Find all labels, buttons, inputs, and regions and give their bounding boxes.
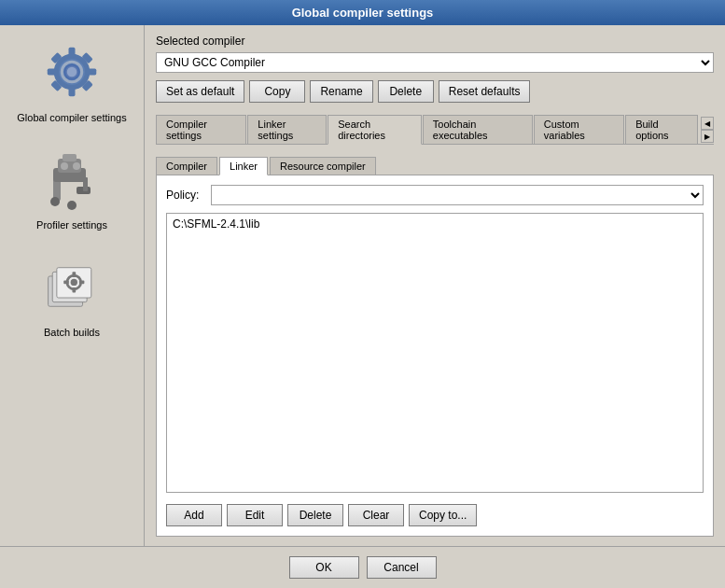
tab-toolchain-executables[interactable]: Toolchain executables [423,115,533,144]
clear-button[interactable]: Clear [348,504,404,526]
svg-point-27 [71,278,77,285]
sidebar-item-global-compiler-label: Global compiler settings [17,112,126,123]
svg-rect-28 [72,272,76,277]
sidebar-item-batch-builds-label: Batch builds [44,327,100,338]
outer-tab-content: Compiler Linker Resource compiler Policy… [156,152,714,537]
title-bar: Global compiler settings [0,0,725,25]
svg-point-22 [67,201,77,210]
ok-button[interactable]: OK [289,556,359,579]
policy-row: Policy: [166,185,704,205]
svg-rect-2 [68,48,75,58]
batch-builds-icon-container [35,249,109,324]
add-button[interactable]: Add [166,504,222,526]
copy-button-top[interactable]: Copy [249,80,305,103]
reset-defaults-button[interactable]: Reset defaults [439,80,531,103]
tab-scroll-buttons: ◀ ▶ [701,117,714,143]
right-panel: Selected compiler GNU GCC Compiler Set a… [145,25,725,546]
svg-point-18 [73,162,80,170]
rename-button[interactable]: Rename [310,80,372,103]
compiler-dropdown-wrapper[interactable]: GNU GCC Compiler [156,52,714,73]
outer-tab-bar: Compiler settings Linker settings Search… [156,115,714,145]
tab-build-options[interactable]: Build options [625,115,698,144]
directory-list[interactable]: C:\SFML-2.4.1\lib [166,213,704,493]
batch-builds-icon [44,257,100,317]
tab-scroll-right[interactable]: ▶ [701,130,714,143]
tab-linker-settings[interactable]: Linker settings [247,115,327,144]
dialog-title: Global compiler settings [292,6,434,20]
policy-label: Policy: [166,189,203,202]
edit-button[interactable]: Edit [227,504,283,526]
svg-rect-5 [87,69,97,76]
tab-search-directories[interactable]: Search directories [328,115,422,145]
tab-scroll-left[interactable]: ◀ [701,117,714,130]
cancel-button[interactable]: Cancel [367,556,437,579]
selected-compiler-label: Selected compiler [156,35,714,48]
profiler-icon-container [35,142,109,217]
sidebar: Global compiler settings [0,25,145,546]
inner-tab-content: Policy: C:\SFML-2.4.1\lib Add Edit Delet… [156,175,714,537]
svg-rect-31 [79,280,85,284]
svg-rect-20 [83,177,88,191]
svg-point-17 [61,162,68,170]
profiler-icon [44,149,100,210]
tab-compiler-settings[interactable]: Compiler settings [156,115,246,144]
bottom-button-row: Add Edit Delete Clear Copy to... [166,504,704,526]
global-compiler-icon-container [35,35,109,109]
sidebar-item-batch-builds[interactable]: Batch builds [35,249,109,338]
tab-inner-resource-compiler[interactable]: Resource compiler [270,157,376,175]
sidebar-item-global-compiler[interactable]: Global compiler settings [17,35,126,123]
compiler-button-row: Set as default Copy Rename Delete Reset … [156,80,714,103]
svg-point-12 [67,67,77,77]
delete-button-bottom[interactable]: Delete [287,504,343,526]
svg-rect-29 [72,287,76,292]
footer: OK Cancel [0,546,725,587]
copy-to-button[interactable]: Copy to... [409,504,477,526]
svg-point-21 [50,197,60,206]
policy-dropdown[interactable] [211,185,704,205]
set-default-button[interactable]: Set as default [156,80,244,103]
directory-entry-0: C:\SFML-2.4.1\lib [170,217,700,231]
sidebar-item-profiler[interactable]: Profiler settings [35,142,109,231]
gear-icon [39,39,105,105]
compiler-dropdown[interactable]: GNU GCC Compiler [156,52,714,73]
svg-rect-3 [68,87,75,97]
svg-rect-30 [63,280,69,284]
tab-custom-variables[interactable]: Custom variables [534,115,624,144]
sidebar-item-profiler-label: Profiler settings [36,219,107,231]
svg-rect-16 [63,154,77,161]
delete-button-top[interactable]: Delete [378,80,434,103]
svg-rect-4 [48,69,58,76]
inner-tab-bar: Compiler Linker Resource compiler [156,157,714,175]
compiler-select-section: Selected compiler GNU GCC Compiler Set a… [156,35,714,103]
tab-inner-linker[interactable]: Linker [219,157,268,175]
tab-inner-compiler[interactable]: Compiler [156,157,217,175]
